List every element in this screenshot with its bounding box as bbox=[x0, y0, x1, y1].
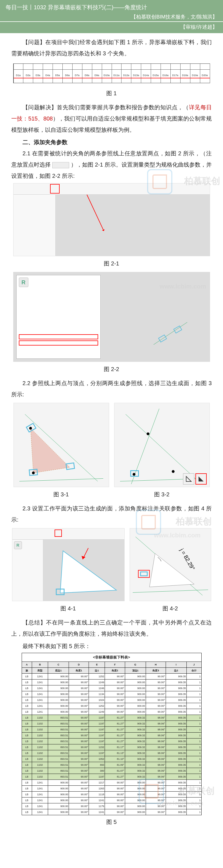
figure-3-1-col: 图 3-1 bbox=[13, 401, 109, 503]
grid-label: D14a bbox=[143, 73, 149, 78]
figure-3-2 bbox=[114, 403, 210, 487]
svg-rect-2 bbox=[173, 326, 182, 333]
table-cell: 1024 bbox=[89, 697, 105, 703]
table-cell: 1 bbox=[187, 744, 201, 750]
table-cell: 900.00 bbox=[48, 680, 69, 685]
grid-label: D4a bbox=[45, 73, 50, 78]
table-row: LB1241900.0090.00°113490.00°900.0090.00°… bbox=[22, 691, 201, 697]
table-cell: 893.51 bbox=[48, 756, 69, 762]
table-cell: 909.35 bbox=[166, 721, 187, 727]
table-cell: 98.06° bbox=[146, 768, 166, 774]
table-cell: 81.17° bbox=[105, 744, 125, 750]
red-arrow bbox=[87, 195, 104, 230]
table-cell: 90.00° bbox=[69, 786, 89, 792]
paragraph-summary: 【总结】不在同一条直线上的三点确定一个平面，其中另外两个点又在边上，所以在该工作… bbox=[11, 617, 212, 639]
table-cell: 1241 bbox=[32, 691, 48, 697]
table-cell: 1241 bbox=[32, 680, 48, 685]
col-letter: C bbox=[48, 662, 69, 668]
panel-left: R bbox=[12, 539, 43, 601]
table-cell: 900.00 bbox=[125, 691, 146, 697]
grid-label: D9a bbox=[94, 73, 99, 78]
col-letter: F bbox=[105, 662, 125, 668]
col-letter: A bbox=[22, 662, 32, 668]
table-cell: 1197 bbox=[89, 721, 105, 727]
table-cell: 893.51 bbox=[48, 774, 69, 780]
table-cell: 1197 bbox=[89, 774, 105, 780]
triangle-outline-icon[interactable] bbox=[183, 473, 194, 485]
table-cell: 90.00° bbox=[69, 780, 89, 786]
table-cell: 909.35 bbox=[166, 691, 187, 697]
figure-21-wrap: 柏慕联创 bbox=[11, 183, 212, 256]
table-cell: 90.00° bbox=[69, 727, 89, 733]
table-cell: 1102 bbox=[32, 733, 48, 739]
figure-4-1-col: R 图 4-1 bbox=[12, 526, 124, 617]
table-cell: 81.09° bbox=[105, 762, 125, 768]
table-cell: 909.32 bbox=[125, 715, 146, 721]
triangle-filled-icon[interactable] bbox=[195, 473, 207, 485]
table-cell: 1118 bbox=[89, 792, 105, 798]
table-cell: 900.00 bbox=[48, 674, 69, 680]
table-cell: 893.51 bbox=[48, 762, 69, 768]
table-cell: 90.00° bbox=[105, 786, 125, 792]
table-cell: 900.00 bbox=[125, 674, 146, 680]
table-cell: 909.35 bbox=[166, 680, 187, 685]
grid-label: D20a bbox=[202, 73, 208, 78]
table-cell: 909.32 bbox=[125, 750, 146, 756]
table-cell: 900.00 bbox=[48, 697, 69, 703]
table-cell: 81.27° bbox=[105, 721, 125, 727]
table-cell: 893 bbox=[89, 762, 105, 768]
table-cell: LB bbox=[22, 798, 32, 803]
svg-marker-18 bbox=[186, 476, 191, 482]
article-author: 【柏慕联创BIM技术服务，文/陈旭洪】 bbox=[6, 13, 217, 20]
table-cell: 1 bbox=[187, 685, 201, 691]
table-cell: 1 bbox=[187, 727, 201, 733]
table-cell: 900.00 bbox=[48, 803, 69, 809]
table-cell: 90.00° bbox=[105, 803, 125, 809]
table-cell: 81.07° bbox=[105, 768, 125, 774]
table-cell: 909.35 bbox=[166, 744, 187, 750]
table-cell: 1217 bbox=[89, 780, 105, 786]
svg-point-14 bbox=[146, 432, 149, 435]
table-cell: 900.00 bbox=[125, 680, 146, 685]
table-cell: LB bbox=[22, 703, 32, 709]
figure-1-grid: D1aD2aD3aD4aD5aD6aD7aD8aD9aD10aD11aD12aD… bbox=[13, 63, 210, 83]
col-header: 边1 bbox=[89, 668, 105, 674]
table-cell: 81.27° bbox=[105, 739, 125, 744]
table-cell: 90.00° bbox=[105, 709, 125, 715]
table-cell: 909.35 bbox=[166, 768, 187, 774]
table-cell: 81.27° bbox=[105, 715, 125, 721]
col-letter: I bbox=[166, 662, 187, 668]
paragraph-problem: 【问题】在项目中我们经常会遇到如下图 1 所示，异形幕墙嵌板下料，我们需要精确统… bbox=[11, 36, 212, 59]
table-cell: 81.13° bbox=[105, 750, 125, 756]
table-cell: 909.35 bbox=[166, 756, 187, 762]
grid-label: D17a bbox=[172, 73, 178, 78]
table-cell: 900.00 bbox=[125, 803, 146, 809]
text: 【问题】在项目中我们经常会遇到如下图 1 所示，异形幕墙嵌板下料，我们需要精确统… bbox=[11, 39, 212, 57]
table-cell: 1 bbox=[187, 768, 201, 774]
table-cell: 1 bbox=[187, 680, 201, 685]
table-cell: 909.32 bbox=[125, 768, 146, 774]
table-cell: 98.06° bbox=[146, 750, 166, 756]
grid-label: D10a bbox=[104, 73, 110, 78]
table-cell: 909.35 bbox=[166, 727, 187, 733]
schedule-table: ABCDEFGHIJ族类型底边1角度1边1角度2顶边1角度3边2合计LB1241… bbox=[22, 661, 202, 815]
col-header: 族 bbox=[22, 668, 32, 674]
grid-label: D13a bbox=[133, 73, 139, 78]
table-cell: 90.00° bbox=[69, 674, 89, 680]
table-row: LB1102893.5190.00°119781.27°909.3298.06°… bbox=[22, 774, 201, 780]
table-cell: 900.00 bbox=[125, 697, 146, 703]
table-cell: 1241 bbox=[32, 709, 48, 715]
table-cell: 909.35 bbox=[166, 774, 187, 780]
col-header: 角度2 bbox=[105, 668, 125, 674]
table-cell: 1241 bbox=[32, 685, 48, 691]
table-row: LB1102893.5190.00°115281.17°909.3298.06°… bbox=[22, 744, 201, 750]
col-header: 合计 bbox=[187, 668, 201, 674]
figure-5-wrap: <非标幕墙嵌板下料表> ABCDEFGHIJ族类型底边1角度1边1角度2顶边1角… bbox=[11, 653, 212, 815]
svg-line-4 bbox=[19, 478, 103, 481]
figure-3-1-svg bbox=[14, 403, 109, 487]
table-cell: 98.06° bbox=[146, 744, 166, 750]
table-row: LB1102893.5190.00°119781.27°909.3298.06°… bbox=[22, 733, 201, 739]
grid-label: D15a bbox=[153, 73, 159, 78]
table-cell: 1 bbox=[187, 674, 201, 680]
table-cell: 1246 bbox=[89, 685, 105, 691]
